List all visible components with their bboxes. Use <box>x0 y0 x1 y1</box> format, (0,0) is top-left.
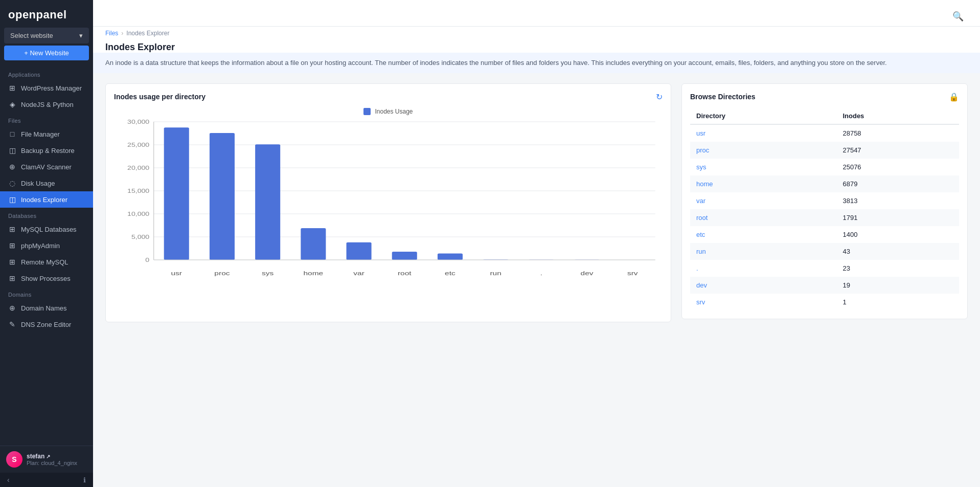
file-manager-icon: □ <box>8 130 16 138</box>
dir-link-usr[interactable]: usr <box>696 129 705 137</box>
table-row: srv1 <box>690 294 959 311</box>
sidebar-item-label-clamav-scanner: ClamAV Scanner <box>21 163 72 171</box>
browse-panel-title: Browse Directories <box>690 93 756 101</box>
dir-link-home[interactable]: home <box>696 180 713 188</box>
sidebar-item-label-phpmyadmin: phpMyAdmin <box>21 242 60 250</box>
sidebar-item-backup-restore[interactable]: ◫Backup & Restore <box>0 142 93 159</box>
remote-mysql-icon: ⊞ <box>8 258 16 266</box>
svg-text:25,000: 25,000 <box>127 142 149 148</box>
dir-cell: var <box>690 192 834 209</box>
breadcrumb: Files › Inodes Explorer <box>93 27 980 39</box>
browse-panel: Browse Directories 🔒 Directory Inodes us… <box>681 83 968 319</box>
dir-link-etc[interactable]: etc <box>696 231 705 238</box>
sidebar-item-label-show-processes: Show Processes <box>21 275 71 282</box>
inodes-cell: 23 <box>834 260 959 277</box>
svg-text:5,000: 5,000 <box>131 234 150 240</box>
dir-link-srv[interactable]: srv <box>696 298 705 306</box>
table-row: var3813 <box>690 192 959 209</box>
chart-legend: Inodes Usage <box>114 108 663 115</box>
dir-link-dev[interactable]: dev <box>696 281 707 289</box>
new-website-button[interactable]: + New Website <box>4 46 89 60</box>
sidebar-item-dns-zone-editor[interactable]: ✎DNS Zone Editor <box>0 316 93 333</box>
sidebar-item-inodes-explorer[interactable]: ◫Inodes Explorer <box>0 191 93 208</box>
backup-restore-icon: ◫ <box>8 146 16 154</box>
svg-rect-26 <box>438 253 463 260</box>
sidebar-item-file-manager[interactable]: □File Manager <box>0 126 93 142</box>
svg-text:etc: etc <box>445 270 455 276</box>
sidebar-item-domain-names[interactable]: ⊕Domain Names <box>0 300 93 316</box>
dir-cell: run <box>690 243 834 260</box>
sidebar-item-label-file-manager: File Manager <box>21 130 60 138</box>
svg-text:.: . <box>540 270 542 276</box>
sidebar-item-wordpress-manager[interactable]: ⊞WordPress Manager <box>0 80 93 96</box>
col-inodes: Inodes <box>834 108 959 124</box>
svg-text:10,000: 10,000 <box>127 211 149 217</box>
main-content: 🔍 Files › Inodes Explorer Inodes Explore… <box>93 0 980 487</box>
legend-label: Inodes Usage <box>375 108 413 115</box>
inodes-cell: 6879 <box>834 175 959 192</box>
topbar: 🔍 <box>93 0 980 27</box>
breadcrumb-files[interactable]: Files <box>105 30 118 37</box>
dir-link-proc[interactable]: proc <box>696 146 709 154</box>
table-row: run43 <box>690 243 959 260</box>
nodejs-python-icon: ◈ <box>8 100 16 108</box>
page-title: Inodes Explorer <box>105 42 968 53</box>
mysql-databases-icon: ⊞ <box>8 225 16 233</box>
sidebar-item-show-processes[interactable]: ⊞Show Processes <box>0 270 93 286</box>
legend-color-box <box>363 108 371 115</box>
inodes-cell: 19 <box>834 277 959 294</box>
svg-rect-20 <box>301 228 326 260</box>
description-text: An inode is a data structure that keeps … <box>105 59 887 67</box>
user-name: stefan ↗ <box>27 453 77 460</box>
external-link-icon: ↗ <box>46 454 50 459</box>
dir-cell: home <box>690 175 834 192</box>
table-row: etc1400 <box>690 226 959 243</box>
inodes-cell: 28758 <box>834 124 959 142</box>
svg-rect-24 <box>392 251 417 259</box>
dir-link-root[interactable]: root <box>696 214 708 222</box>
dir-link-.[interactable]: . <box>696 264 698 272</box>
sidebar-item-phpmyadmin[interactable]: ⊞phpMyAdmin <box>0 237 93 254</box>
sidebar-sections: Applications⊞WordPress Manager◈NodeJS & … <box>0 67 93 333</box>
user-plan: Plan: cloud_4_nginx <box>27 460 77 466</box>
svg-rect-16 <box>210 133 235 260</box>
directory-table-body: usr28758proc27547sys25076home6879var3813… <box>690 124 959 311</box>
inodes-cell: 25076 <box>834 159 959 175</box>
domain-names-icon: ⊕ <box>8 304 16 312</box>
search-icon[interactable]: 🔍 <box>948 7 968 26</box>
brand-logo: openpanel <box>0 0 93 28</box>
sidebar-item-nodejs-python[interactable]: ◈NodeJS & Python <box>0 96 93 113</box>
sidebar-item-clamav-scanner[interactable]: ⊕ClamAV Scanner <box>0 159 93 175</box>
table-row: .23 <box>690 260 959 277</box>
info-icon[interactable]: ℹ <box>83 476 86 484</box>
svg-text:15,000: 15,000 <box>127 188 149 194</box>
chart-refresh-icon[interactable]: ↻ <box>656 92 663 102</box>
table-row: proc27547 <box>690 142 959 159</box>
inodes-cell: 43 <box>834 243 959 260</box>
dir-cell: etc <box>690 226 834 243</box>
sidebar-item-disk-usage[interactable]: ◌Disk Usage <box>0 175 93 191</box>
sidebar-item-mysql-databases[interactable]: ⊞MySQL Databases <box>0 221 93 237</box>
dir-cell: srv <box>690 294 834 311</box>
sidebar-item-label-remote-mysql: Remote MySQL <box>21 258 68 266</box>
browse-panel-header: Browse Directories 🔒 <box>690 92 959 102</box>
sidebar-item-label-domain-names: Domain Names <box>21 304 67 312</box>
dir-link-var[interactable]: var <box>696 197 705 205</box>
breadcrumb-current: Inodes Explorer <box>126 30 169 37</box>
table-row: usr28758 <box>690 124 959 142</box>
dir-link-sys[interactable]: sys <box>696 163 706 171</box>
dns-zone-editor-icon: ✎ <box>8 320 16 328</box>
svg-text:home: home <box>303 270 323 276</box>
table-row: home6879 <box>690 175 959 192</box>
select-website-button[interactable]: Select website ▾ <box>4 28 89 43</box>
collapse-sidebar-icon[interactable]: ‹ <box>7 476 10 484</box>
sidebar-item-label-inodes-explorer: Inodes Explorer <box>21 196 67 204</box>
dir-link-run[interactable]: run <box>696 248 706 255</box>
user-info: stefan ↗ Plan: cloud_4_nginx <box>27 453 77 466</box>
sidebar-item-remote-mysql[interactable]: ⊞Remote MySQL <box>0 254 93 270</box>
svg-text:run: run <box>490 270 501 276</box>
svg-text:30,000: 30,000 <box>127 119 149 125</box>
svg-text:dev: dev <box>581 270 594 276</box>
sidebar-item-label-wordpress-manager: WordPress Manager <box>21 84 82 92</box>
sidebar-footer: S stefan ↗ Plan: cloud_4_nginx <box>0 446 93 473</box>
